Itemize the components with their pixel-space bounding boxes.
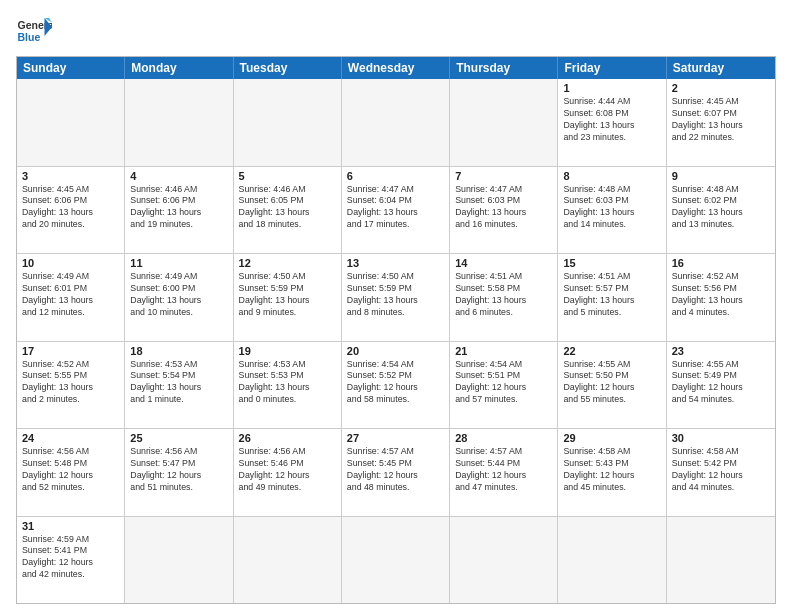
day-number: 18 — [130, 345, 227, 357]
day-info: Sunrise: 4:45 AM Sunset: 6:07 PM Dayligh… — [672, 96, 770, 144]
calendar-day-7: 7Sunrise: 4:47 AM Sunset: 6:03 PM Daylig… — [450, 167, 558, 254]
calendar-day-27: 27Sunrise: 4:57 AM Sunset: 5:45 PM Dayli… — [342, 429, 450, 516]
calendar-day-26: 26Sunrise: 4:56 AM Sunset: 5:46 PM Dayli… — [234, 429, 342, 516]
day-number: 6 — [347, 170, 444, 182]
day-number: 26 — [239, 432, 336, 444]
day-number: 11 — [130, 257, 227, 269]
day-number: 2 — [672, 82, 770, 94]
day-number: 16 — [672, 257, 770, 269]
day-number: 31 — [22, 520, 119, 532]
day-number: 10 — [22, 257, 119, 269]
weekday-header-friday: Friday — [558, 57, 666, 79]
weekday-header-wednesday: Wednesday — [342, 57, 450, 79]
calendar-day-16: 16Sunrise: 4:52 AM Sunset: 5:56 PM Dayli… — [667, 254, 775, 341]
day-info: Sunrise: 4:58 AM Sunset: 5:42 PM Dayligh… — [672, 446, 770, 494]
calendar-empty-cell — [558, 517, 666, 604]
calendar-week-5: 24Sunrise: 4:56 AM Sunset: 5:48 PM Dayli… — [17, 428, 775, 516]
calendar-day-9: 9Sunrise: 4:48 AM Sunset: 6:02 PM Daylig… — [667, 167, 775, 254]
calendar-day-15: 15Sunrise: 4:51 AM Sunset: 5:57 PM Dayli… — [558, 254, 666, 341]
calendar-day-28: 28Sunrise: 4:57 AM Sunset: 5:44 PM Dayli… — [450, 429, 558, 516]
calendar-day-22: 22Sunrise: 4:55 AM Sunset: 5:50 PM Dayli… — [558, 342, 666, 429]
day-number: 4 — [130, 170, 227, 182]
calendar-day-18: 18Sunrise: 4:53 AM Sunset: 5:54 PM Dayli… — [125, 342, 233, 429]
day-info: Sunrise: 4:48 AM Sunset: 6:02 PM Dayligh… — [672, 184, 770, 232]
day-info: Sunrise: 4:55 AM Sunset: 5:50 PM Dayligh… — [563, 359, 660, 407]
day-info: Sunrise: 4:54 AM Sunset: 5:51 PM Dayligh… — [455, 359, 552, 407]
day-number: 13 — [347, 257, 444, 269]
calendar-empty-cell — [234, 517, 342, 604]
day-number: 23 — [672, 345, 770, 357]
day-info: Sunrise: 4:58 AM Sunset: 5:43 PM Dayligh… — [563, 446, 660, 494]
calendar-day-6: 6Sunrise: 4:47 AM Sunset: 6:04 PM Daylig… — [342, 167, 450, 254]
day-info: Sunrise: 4:47 AM Sunset: 6:03 PM Dayligh… — [455, 184, 552, 232]
day-number: 30 — [672, 432, 770, 444]
calendar-body: 1Sunrise: 4:44 AM Sunset: 6:08 PM Daylig… — [17, 79, 775, 603]
day-info: Sunrise: 4:49 AM Sunset: 6:00 PM Dayligh… — [130, 271, 227, 319]
generalblue-logo-icon: General Blue — [16, 12, 52, 48]
day-number: 22 — [563, 345, 660, 357]
calendar-day-8: 8Sunrise: 4:48 AM Sunset: 6:03 PM Daylig… — [558, 167, 666, 254]
calendar-day-29: 29Sunrise: 4:58 AM Sunset: 5:43 PM Dayli… — [558, 429, 666, 516]
calendar-day-23: 23Sunrise: 4:55 AM Sunset: 5:49 PM Dayli… — [667, 342, 775, 429]
calendar-empty-cell — [450, 517, 558, 604]
calendar-day-19: 19Sunrise: 4:53 AM Sunset: 5:53 PM Dayli… — [234, 342, 342, 429]
calendar-day-17: 17Sunrise: 4:52 AM Sunset: 5:55 PM Dayli… — [17, 342, 125, 429]
day-info: Sunrise: 4:53 AM Sunset: 5:53 PM Dayligh… — [239, 359, 336, 407]
calendar-day-5: 5Sunrise: 4:46 AM Sunset: 6:05 PM Daylig… — [234, 167, 342, 254]
calendar-week-1: 1Sunrise: 4:44 AM Sunset: 6:08 PM Daylig… — [17, 79, 775, 166]
weekday-header-monday: Monday — [125, 57, 233, 79]
day-number: 17 — [22, 345, 119, 357]
day-number: 3 — [22, 170, 119, 182]
calendar-empty-cell — [125, 79, 233, 166]
weekday-header-thursday: Thursday — [450, 57, 558, 79]
calendar-day-3: 3Sunrise: 4:45 AM Sunset: 6:06 PM Daylig… — [17, 167, 125, 254]
day-info: Sunrise: 4:57 AM Sunset: 5:45 PM Dayligh… — [347, 446, 444, 494]
day-number: 25 — [130, 432, 227, 444]
calendar-empty-cell — [667, 517, 775, 604]
calendar-week-6: 31Sunrise: 4:59 AM Sunset: 5:41 PM Dayli… — [17, 516, 775, 604]
calendar-day-24: 24Sunrise: 4:56 AM Sunset: 5:48 PM Dayli… — [17, 429, 125, 516]
calendar-day-4: 4Sunrise: 4:46 AM Sunset: 6:06 PM Daylig… — [125, 167, 233, 254]
day-info: Sunrise: 4:59 AM Sunset: 5:41 PM Dayligh… — [22, 534, 119, 582]
calendar-header: SundayMondayTuesdayWednesdayThursdayFrid… — [17, 57, 775, 79]
day-info: Sunrise: 4:44 AM Sunset: 6:08 PM Dayligh… — [563, 96, 660, 144]
weekday-header-tuesday: Tuesday — [234, 57, 342, 79]
day-info: Sunrise: 4:53 AM Sunset: 5:54 PM Dayligh… — [130, 359, 227, 407]
calendar-empty-cell — [17, 79, 125, 166]
day-number: 8 — [563, 170, 660, 182]
svg-text:Blue: Blue — [18, 31, 41, 43]
calendar-week-2: 3Sunrise: 4:45 AM Sunset: 6:06 PM Daylig… — [17, 166, 775, 254]
day-number: 29 — [563, 432, 660, 444]
calendar-day-21: 21Sunrise: 4:54 AM Sunset: 5:51 PM Dayli… — [450, 342, 558, 429]
day-info: Sunrise: 4:51 AM Sunset: 5:57 PM Dayligh… — [563, 271, 660, 319]
day-info: Sunrise: 4:47 AM Sunset: 6:04 PM Dayligh… — [347, 184, 444, 232]
calendar: SundayMondayTuesdayWednesdayThursdayFrid… — [16, 56, 776, 604]
day-info: Sunrise: 4:55 AM Sunset: 5:49 PM Dayligh… — [672, 359, 770, 407]
calendar-day-31: 31Sunrise: 4:59 AM Sunset: 5:41 PM Dayli… — [17, 517, 125, 604]
day-info: Sunrise: 4:50 AM Sunset: 5:59 PM Dayligh… — [347, 271, 444, 319]
day-info: Sunrise: 4:52 AM Sunset: 5:55 PM Dayligh… — [22, 359, 119, 407]
calendar-empty-cell — [342, 517, 450, 604]
calendar-day-13: 13Sunrise: 4:50 AM Sunset: 5:59 PM Dayli… — [342, 254, 450, 341]
day-number: 1 — [563, 82, 660, 94]
day-info: Sunrise: 4:45 AM Sunset: 6:06 PM Dayligh… — [22, 184, 119, 232]
day-number: 9 — [672, 170, 770, 182]
day-number: 14 — [455, 257, 552, 269]
day-number: 24 — [22, 432, 119, 444]
calendar-week-4: 17Sunrise: 4:52 AM Sunset: 5:55 PM Dayli… — [17, 341, 775, 429]
calendar-day-1: 1Sunrise: 4:44 AM Sunset: 6:08 PM Daylig… — [558, 79, 666, 166]
calendar-day-20: 20Sunrise: 4:54 AM Sunset: 5:52 PM Dayli… — [342, 342, 450, 429]
calendar-day-12: 12Sunrise: 4:50 AM Sunset: 5:59 PM Dayli… — [234, 254, 342, 341]
day-info: Sunrise: 4:49 AM Sunset: 6:01 PM Dayligh… — [22, 271, 119, 319]
calendar-day-14: 14Sunrise: 4:51 AM Sunset: 5:58 PM Dayli… — [450, 254, 558, 341]
calendar-day-10: 10Sunrise: 4:49 AM Sunset: 6:01 PM Dayli… — [17, 254, 125, 341]
calendar-empty-cell — [234, 79, 342, 166]
calendar-day-30: 30Sunrise: 4:58 AM Sunset: 5:42 PM Dayli… — [667, 429, 775, 516]
calendar-day-25: 25Sunrise: 4:56 AM Sunset: 5:47 PM Dayli… — [125, 429, 233, 516]
day-info: Sunrise: 4:56 AM Sunset: 5:46 PM Dayligh… — [239, 446, 336, 494]
calendar-day-2: 2Sunrise: 4:45 AM Sunset: 6:07 PM Daylig… — [667, 79, 775, 166]
day-number: 28 — [455, 432, 552, 444]
day-info: Sunrise: 4:56 AM Sunset: 5:47 PM Dayligh… — [130, 446, 227, 494]
logo: General Blue — [16, 12, 52, 48]
page: General Blue SundayMondayTuesdayWednesda… — [0, 0, 792, 612]
